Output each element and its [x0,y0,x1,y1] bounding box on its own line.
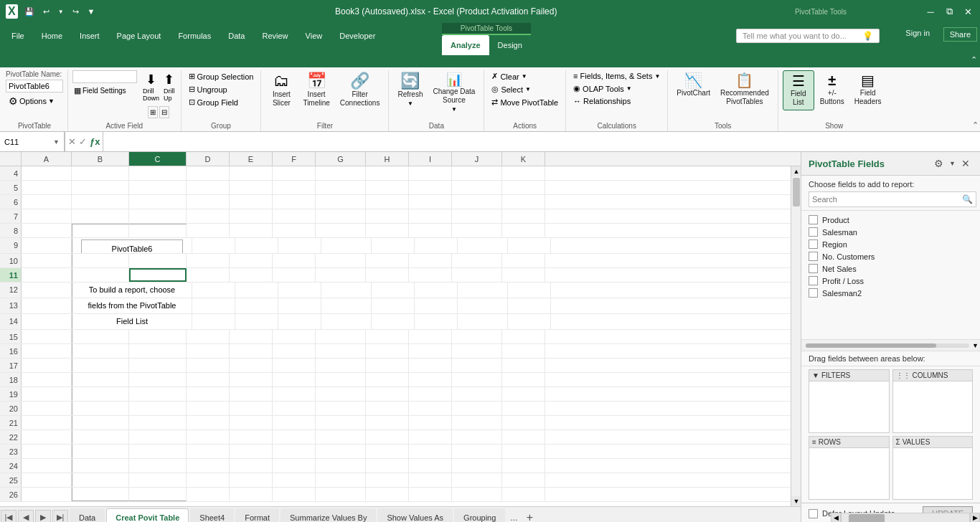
field-checkbox-region[interactable] [809,239,818,249]
panel-settings-btn[interactable]: ⚙ [931,156,946,171]
panel-search-input[interactable] [809,191,976,207]
col-header-a[interactable]: A [22,152,72,166]
group-selection-btn[interactable]: ⊞ Group Selection [186,70,257,82]
pivottable-name-input[interactable] [6,80,63,92]
table-row[interactable]: 10 [0,254,791,268]
tab-next-btn[interactable]: ▶ [35,510,51,523]
tab-insert[interactable]: Insert [71,26,108,46]
table-row[interactable]: 25 [0,473,791,488]
drill-down-btn[interactable]: ⬇ DrillDown [141,70,161,103]
drag-area-columns-body[interactable] [893,381,973,424]
panel-close-btn[interactable]: ✕ [958,156,973,171]
col-header-b[interactable]: B [72,152,129,166]
table-row[interactable]: 24 [0,459,791,473]
table-row[interactable]: 16 [0,344,791,359]
col-header-e[interactable]: E [230,152,273,166]
drag-area-filters[interactable]: ▼ FILTERS [809,369,890,433]
drag-area-rows[interactable]: ≡ ROWS [809,436,890,500]
pivotchart-btn[interactable]: 📉 PivotChart [672,70,715,100]
add-sheet-btn[interactable]: + [522,510,537,523]
tab-first-btn[interactable]: |◀ [1,510,17,523]
more-sheets-btn[interactable]: ... [506,510,522,523]
field-checkbox-profit-loss[interactable] [809,276,818,285]
table-row[interactable]: 6 [0,195,791,209]
scroll-thumb-vertical[interactable] [793,178,800,207]
col-header-c[interactable]: C [129,152,187,166]
name-box[interactable]: C11 ▼ [0,132,65,151]
col-header-k[interactable]: K [502,152,545,166]
vertical-scrollbar[interactable]: ▲ ▼ [791,166,801,506]
field-item-product[interactable]: Product [809,214,973,226]
recommended-pivottables-btn[interactable]: 📋 RecommendedPivotTables [716,70,773,109]
sheet-tab-sheet4[interactable]: Sheet4 [190,508,234,523]
field-checkbox-no-customers[interactable] [809,252,818,261]
h-scrollbar-track[interactable] [841,513,970,523]
ribbon-collapse-btn[interactable]: ⌃ [972,120,979,130]
options-btn[interactable]: ⚙ Options ▼ [6,94,63,108]
collapse-ribbon-btn[interactable]: ⌃ [971,55,977,65]
table-row[interactable]: 5 [0,181,791,195]
close-btn[interactable]: ✕ [961,5,974,18]
select-btn[interactable]: ◎ Select ▼ [489,83,561,95]
fields-scroll-bar[interactable]: ▼ [801,340,980,351]
drag-area-values-body[interactable] [893,448,973,491]
undo-dropdown-btn[interactable]: ▼ [56,7,66,16]
field-checkbox-net-sales[interactable] [809,264,818,273]
field-item-region[interactable]: Region [809,238,973,250]
signin-btn[interactable]: Sign in [905,29,930,37]
col-header-h[interactable]: H [366,152,409,166]
confirm-formula-btn[interactable]: ✓ [79,136,87,147]
table-row[interactable]: 17 [0,359,791,373]
col-header-f[interactable]: F [273,152,316,166]
tab-page-layout[interactable]: Page Layout [108,26,170,46]
panel-settings-dropdown-icon[interactable]: ▼ [949,160,956,167]
redo-qat-btn[interactable]: ↪ [70,6,81,18]
table-row[interactable]: 21 [0,416,791,430]
table-row[interactable]: 8 [0,224,791,238]
tab-prev-btn[interactable]: ◀ [18,510,34,523]
table-row[interactable]: 7 [0,209,791,224]
plus-minus-buttons-btn[interactable]: ± +/-Buttons [816,70,849,109]
customize-qat-btn[interactable]: ▼ [85,6,98,17]
sheet-tab-creat-povit-table[interactable]: Creat Povit Table [106,508,189,523]
h-scroll-right-btn[interactable]: ▶ [970,513,980,523]
share-btn[interactable]: Share [943,27,977,42]
drag-area-filters-body[interactable] [809,381,889,424]
help-search-box[interactable]: Tell me what you want to do... 💡 [736,29,880,43]
field-checkbox-product[interactable] [809,215,818,224]
table-row[interactable]: 26 [0,488,791,502]
cancel-formula-btn[interactable]: ✕ [68,136,76,147]
name-box-dropdown-icon[interactable]: ▼ [53,138,60,146]
drag-area-values[interactable]: Σ VALUES [892,436,974,500]
table-row[interactable]: 11 [0,268,791,283]
table-row[interactable]: 18 [0,373,791,387]
tab-data[interactable]: Data [220,26,253,46]
scroll-up-btn[interactable]: ▲ [791,166,801,176]
field-settings-btn[interactable]: ▦ Field Settings [72,85,137,97]
field-list-btn[interactable]: ☰ FieldList [783,70,814,110]
col-header-j[interactable]: J [452,152,502,166]
ungroup-btn[interactable]: ⊟ Ungroup [186,83,257,95]
drag-area-columns[interactable]: ⋮⋮ COLUMNS [892,369,974,433]
tab-last-btn[interactable]: ▶| [52,510,68,523]
sheet-tab-show-values-as[interactable]: Show Values As [377,508,453,523]
col-header-d[interactable]: D [187,152,230,166]
field-item-profit-loss[interactable]: Profit / Loss [809,275,973,287]
defer-layout-checkbox[interactable] [809,509,818,518]
drill-up-btn[interactable]: ⬆ DrillUp [162,70,176,103]
selected-cell-c11[interactable] [129,268,187,282]
table-row[interactable]: 12 To build a report, choose [0,283,791,298]
olap-tools-btn[interactable]: ◉ OLAP Tools ▼ [570,82,663,95]
clear-btn[interactable]: ✗ Clear ▼ [489,70,561,82]
tab-developer[interactable]: Developer [331,26,384,46]
table-row[interactable]: 22 [0,430,791,445]
col-header-g[interactable]: G [316,152,366,166]
relationships-btn[interactable]: ↔ Relationships [570,95,663,107]
field-item-net-sales[interactable]: Net Sales [809,262,973,275]
h-scroll-thumb[interactable] [849,514,885,523]
field-item-no-customers[interactable]: No. Customers [809,250,973,262]
collapse-field-btn[interactable]: ⊟ [159,106,169,118]
change-data-source-btn[interactable]: 📊 Change DataSource ▼ [428,70,479,115]
field-item-salesman2[interactable]: Salesman2 [809,287,973,299]
fields-items-sets-btn[interactable]: ≡ Fields, Items, & Sets ▼ [570,70,663,82]
